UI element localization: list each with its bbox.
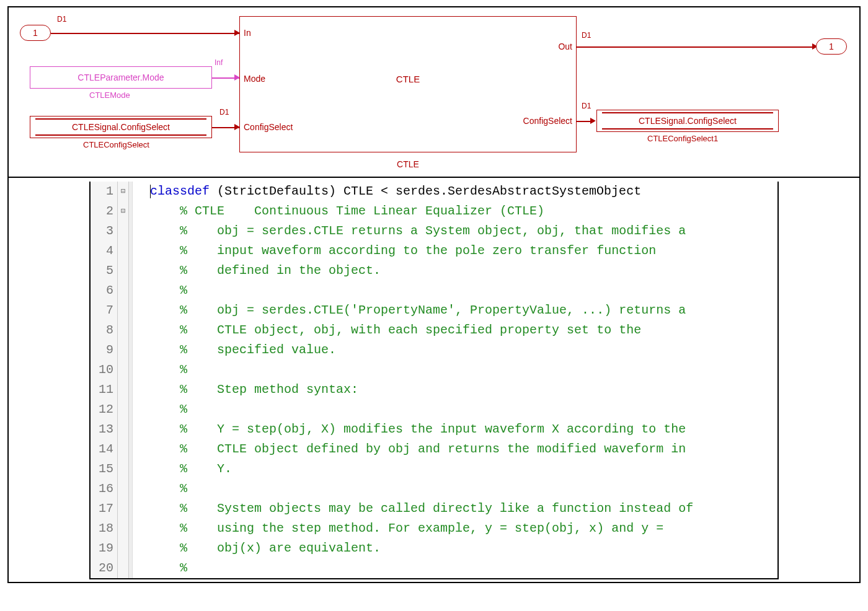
line-number: 11 [91, 380, 118, 400]
code-line[interactable]: 20 % [91, 558, 777, 578]
signal-label-d1: D1 [582, 102, 591, 110]
code-line[interactable]: 17 % System objects may be called direct… [91, 499, 777, 519]
signal-label-d1: D1 [219, 108, 229, 116]
code-line[interactable]: 11 % Step method syntax: [91, 380, 777, 400]
fold-gutter[interactable]: ⊟ [118, 201, 129, 221]
code-line[interactable]: 18 % using the step method. For example,… [91, 519, 777, 538]
fold-gutter[interactable] [118, 479, 129, 499]
matlab-editor[interactable]: 1⊟classdef (StrictDefaults) CTLE < serde… [89, 182, 779, 579]
code-line[interactable]: 16 % [91, 479, 777, 499]
arrow-icon [234, 124, 240, 130]
fold-gutter[interactable] [118, 360, 129, 380]
line-number: 17 [91, 499, 118, 519]
fold-gutter[interactable] [118, 261, 129, 281]
code-line[interactable]: 19 % obj(x) are equivalent. [91, 538, 777, 558]
ds-decor [35, 118, 206, 120]
ds-read-text: CTLESignal.ConfigSelect [72, 122, 170, 132]
code-line[interactable]: 4 % input waveform according to the pole… [91, 241, 777, 261]
ctle-parameter-mode-block[interactable]: CTLEParameter.Mode [30, 66, 212, 89]
fold-gutter[interactable] [118, 221, 129, 241]
code-text[interactable]: % obj = serdes.CTLE returns a System obj… [133, 221, 777, 241]
code-text[interactable]: % [133, 558, 777, 578]
code-text[interactable]: % Y = step(obj, X) modifies the input wa… [133, 420, 777, 439]
inport-block[interactable]: 1 [20, 25, 51, 41]
fold-gutter[interactable] [118, 519, 129, 538]
fold-gutter[interactable]: ⊟ [118, 182, 129, 201]
line-number: 16 [91, 479, 118, 499]
ctle-parameter-mode-text: CTLEParameter.Mode [78, 73, 164, 82]
code-text[interactable]: % input waveform according to the pole z… [133, 241, 777, 261]
code-line[interactable]: 12 % [91, 400, 777, 420]
code-text[interactable]: % CTLE Continuous Time Linear Equalizer … [133, 201, 777, 221]
line-number: 4 [91, 241, 118, 261]
line-number: 12 [91, 400, 118, 420]
code-line[interactable]: 15 % Y. [91, 459, 777, 479]
fold-gutter[interactable] [118, 281, 129, 301]
code-line[interactable]: 8 % CTLE object, obj, with each specifie… [91, 320, 777, 340]
code-text[interactable]: % defined in the object. [133, 261, 777, 281]
code-line[interactable]: 7 % obj = serdes.CTLE('PropertyName', Pr… [91, 301, 777, 320]
code-line[interactable]: 6 % [91, 281, 777, 301]
ds-decor [602, 128, 773, 130]
code-text[interactable]: % CTLE object, obj, with each specified … [133, 320, 777, 340]
code-text[interactable]: % Step method syntax: [133, 380, 777, 400]
ctle-block[interactable]: In Mode ConfigSelect Out ConfigSelect CT… [239, 16, 577, 152]
port-configselect-out-label: ConfigSelect [523, 116, 572, 126]
line-number: 18 [91, 519, 118, 538]
signal-label-d1-out: D1 [582, 31, 591, 40]
arrow-icon [590, 118, 596, 124]
code-line[interactable]: 10 % [91, 360, 777, 380]
fold-gutter[interactable] [118, 420, 129, 439]
fold-gutter[interactable] [118, 301, 129, 320]
line-number: 14 [91, 439, 118, 459]
code-text[interactable]: classdef (StrictDefaults) CTLE < serdes.… [133, 182, 777, 201]
line-number: 7 [91, 301, 118, 320]
ctle-configselect-read-block[interactable]: CTLESignal.ConfigSelect [30, 116, 212, 138]
code-text[interactable]: % Y. [133, 459, 777, 479]
arrow-icon [234, 74, 240, 81]
fold-gutter[interactable] [118, 558, 129, 578]
line-number: 5 [91, 261, 118, 281]
line-number: 13 [91, 420, 118, 439]
signal-label-d1-in: D1 [57, 15, 66, 24]
code-text[interactable]: % using the step method. For example, y … [133, 519, 777, 538]
fold-gutter[interactable] [118, 439, 129, 459]
ctle-configselect-out-caption: CTLEConfigSelect1 [647, 134, 718, 143]
code-editor-area: 1⊟classdef (StrictDefaults) CTLE < serde… [9, 178, 859, 582]
ctle-block-title: CTLE [396, 74, 420, 84]
code-text[interactable]: % [133, 479, 777, 499]
ctle-block-caption: CTLE [397, 159, 419, 169]
code-text[interactable]: % System objects may be called directly … [133, 499, 777, 519]
code-text[interactable]: % [133, 400, 777, 420]
port-mode-label: Mode [244, 74, 265, 84]
code-line[interactable]: 9 % specified value. [91, 340, 777, 360]
code-text[interactable]: % obj = serdes.CTLE('PropertyName', Prop… [133, 301, 777, 320]
fold-gutter[interactable] [118, 380, 129, 400]
fold-gutter[interactable] [118, 499, 129, 519]
outport-block[interactable]: 1 [816, 38, 847, 55]
port-in-label: In [244, 28, 251, 38]
code-line[interactable]: 14 % CTLE object defined by obj and retu… [91, 439, 777, 459]
fold-gutter[interactable] [118, 241, 129, 261]
fold-gutter[interactable] [118, 320, 129, 340]
line-number: 19 [91, 538, 118, 558]
code-text[interactable]: % [133, 360, 777, 380]
simulink-diagram[interactable]: 1 D1 In Mode ConfigSelect Out ConfigSele… [9, 7, 859, 178]
line-number: 1 [91, 182, 118, 201]
fold-gutter[interactable] [118, 340, 129, 360]
ctle-configselect-write-block[interactable]: CTLESignal.ConfigSelect [596, 110, 779, 132]
code-text[interactable]: % obj(x) are equivalent. [133, 538, 777, 558]
fold-gutter[interactable] [118, 400, 129, 420]
code-line[interactable]: 1⊟classdef (StrictDefaults) CTLE < serde… [91, 182, 777, 201]
fold-gutter[interactable] [118, 538, 129, 558]
code-text[interactable]: % CTLE object defined by obj and returns… [133, 439, 777, 459]
ds-decor [35, 134, 206, 136]
code-text[interactable]: % specified value. [133, 340, 777, 360]
code-text[interactable]: % [133, 281, 777, 301]
fold-gutter[interactable] [118, 459, 129, 479]
port-configselect-in-label: ConfigSelect [244, 122, 293, 132]
code-line[interactable]: 13 % Y = step(obj, X) modifies the input… [91, 420, 777, 439]
code-line[interactable]: 2⊟ % CTLE Continuous Time Linear Equaliz… [91, 201, 777, 221]
code-line[interactable]: 5 % defined in the object. [91, 261, 777, 281]
code-line[interactable]: 3 % obj = serdes.CTLE returns a System o… [91, 221, 777, 241]
